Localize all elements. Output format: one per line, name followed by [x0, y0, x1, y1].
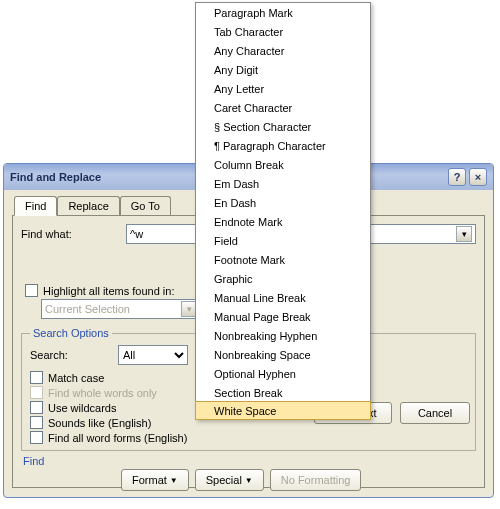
- findwhat-dropdown-button[interactable]: ▾: [456, 226, 472, 242]
- menu-item[interactable]: Column Break: [196, 155, 370, 174]
- highlight-scope-value: Current Selection: [45, 303, 130, 315]
- chevron-down-icon: ▼: [170, 476, 178, 485]
- wholewords-label: Find whole words only: [48, 387, 157, 399]
- search-direction-label: Search:: [30, 349, 118, 361]
- matchcase-label: Match case: [48, 372, 104, 384]
- menu-item[interactable]: § Section Character: [196, 117, 370, 136]
- highlight-label: Highlight all items found in:: [43, 285, 174, 297]
- menu-item[interactable]: White Space: [195, 401, 371, 420]
- menu-item[interactable]: Manual Page Break: [196, 307, 370, 326]
- menu-item[interactable]: Nonbreaking Hyphen: [196, 326, 370, 345]
- findwhat-label: Find what:: [21, 228, 126, 240]
- special-button[interactable]: Special▼: [195, 469, 264, 491]
- search-options-legend: Search Options: [30, 327, 112, 339]
- noformatting-button: No Formatting: [270, 469, 362, 491]
- menu-item[interactable]: ¶ Paragraph Character: [196, 136, 370, 155]
- menu-item[interactable]: Paragraph Mark: [196, 3, 370, 22]
- highlight-checkbox[interactable]: [25, 284, 38, 297]
- menu-item[interactable]: Any Letter: [196, 79, 370, 98]
- menu-item[interactable]: Manual Line Break: [196, 288, 370, 307]
- wordforms-label: Find all word forms (English): [48, 432, 187, 444]
- menu-item[interactable]: Footnote Mark: [196, 250, 370, 269]
- special-menu[interactable]: Paragraph MarkTab CharacterAny Character…: [195, 2, 371, 420]
- help-button[interactable]: ?: [448, 168, 466, 186]
- find-section-label: Find: [23, 455, 476, 467]
- chevron-down-icon: ▾: [462, 229, 467, 239]
- highlight-scope-select: Current Selection ▾: [41, 299, 201, 319]
- menu-item[interactable]: Caret Character: [196, 98, 370, 117]
- search-direction-select[interactable]: All: [118, 345, 188, 365]
- cancel-button[interactable]: Cancel: [400, 402, 470, 424]
- menu-item[interactable]: Em Dash: [196, 174, 370, 193]
- menu-item[interactable]: Field: [196, 231, 370, 250]
- matchcase-checkbox[interactable]: [30, 371, 43, 384]
- chevron-down-icon: ▼: [245, 476, 253, 485]
- menu-item[interactable]: Nonbreaking Space: [196, 345, 370, 364]
- menu-item[interactable]: Endnote Mark: [196, 212, 370, 231]
- wordforms-checkbox[interactable]: [30, 431, 43, 444]
- soundslike-checkbox[interactable]: [30, 416, 43, 429]
- menu-item[interactable]: Any Digit: [196, 60, 370, 79]
- menu-item[interactable]: Graphic: [196, 269, 370, 288]
- wildcards-checkbox[interactable]: [30, 401, 43, 414]
- menu-item[interactable]: Section Break: [196, 383, 370, 402]
- menu-item[interactable]: Optional Hyphen: [196, 364, 370, 383]
- wildcards-label: Use wildcards: [48, 402, 116, 414]
- close-button[interactable]: ×: [469, 168, 487, 186]
- tab-find[interactable]: Find: [14, 196, 57, 216]
- tab-replace[interactable]: Replace: [57, 196, 119, 216]
- soundslike-label: Sounds like (English): [48, 417, 151, 429]
- tab-goto[interactable]: Go To: [120, 196, 171, 216]
- menu-item[interactable]: Tab Character: [196, 22, 370, 41]
- wholewords-checkbox: [30, 386, 43, 399]
- format-button[interactable]: Format▼: [121, 469, 189, 491]
- menu-item[interactable]: Any Character: [196, 41, 370, 60]
- menu-item[interactable]: En Dash: [196, 193, 370, 212]
- findwhat-value: ^w: [130, 228, 143, 240]
